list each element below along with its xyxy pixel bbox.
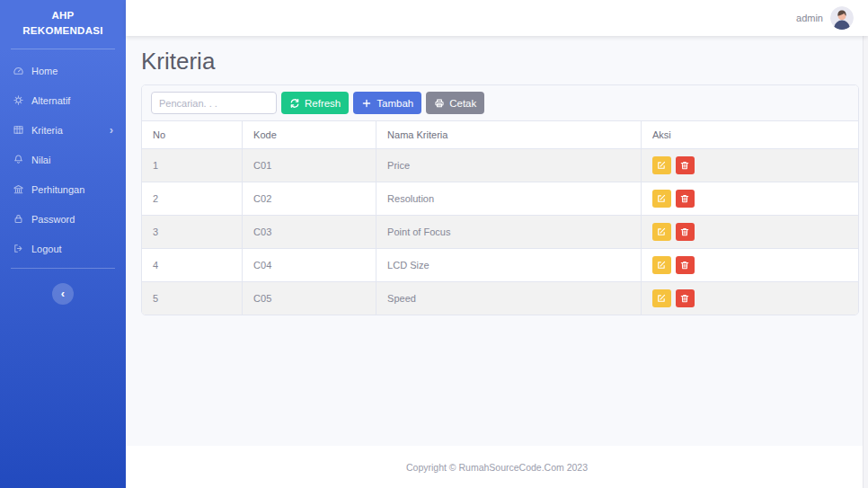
sidebar-nav: HomeAlternatifKriteria›NilaiPerhitunganP… [0, 54, 126, 263]
edit-icon [656, 260, 667, 271]
delete-button[interactable] [676, 156, 695, 174]
sidebar-item-label: Perhitungan [31, 184, 84, 195]
delete-button[interactable] [676, 223, 695, 241]
edit-icon [656, 193, 667, 204]
refresh-button-label: Refresh [305, 98, 341, 109]
sidebar-item-home[interactable]: Home [0, 56, 126, 85]
cell-nama-kriteria: Point of Focus [376, 216, 642, 249]
app-brand[interactable]: AHP REKOMENDASI [16, 0, 110, 44]
cell-nama-kriteria: LCD Size [376, 249, 642, 282]
table-row: 4C04LCD Size [142, 249, 858, 282]
scrollbar[interactable] [863, 0, 868, 488]
cell-nama-kriteria: Speed [376, 282, 642, 315]
username-label: admin [796, 13, 823, 23]
table-header-row: NoKodeNama KriteriaAksi [142, 121, 858, 149]
edit-button[interactable] [652, 223, 671, 241]
cell-aksi [641, 249, 858, 282]
sidebar-item-kriteria[interactable]: Kriteria› [0, 115, 126, 145]
table-row: 1C01Price [142, 149, 858, 182]
table-row: 5C05Speed [142, 282, 858, 315]
sidebar-toggle-wrap: ‹ [0, 273, 126, 315]
chevron-right-icon: › [110, 124, 113, 136]
print-button-label: Cetak [449, 98, 476, 109]
table-icon [13, 124, 24, 136]
trash-icon [679, 260, 690, 271]
avatar [830, 6, 854, 30]
delete-button[interactable] [676, 289, 695, 307]
chevron-left-icon: ‹ [61, 287, 65, 300]
cell-no: 2 [142, 182, 243, 216]
refresh-button[interactable]: Refresh [281, 92, 349, 114]
sidebar-collapse-button[interactable]: ‹ [52, 283, 74, 305]
edit-button[interactable] [652, 256, 671, 274]
sidebar-item-password[interactable]: Password [0, 204, 126, 234]
delete-button[interactable] [676, 190, 695, 208]
cell-aksi [641, 149, 858, 182]
user-menu[interactable]: admin [796, 6, 854, 30]
edit-button[interactable] [652, 156, 671, 174]
sidebar-item-logout[interactable]: Logout [0, 234, 126, 263]
edit-icon [656, 160, 667, 171]
add-button-label: Tambah [376, 98, 413, 109]
refresh-icon [289, 98, 300, 109]
trash-icon [679, 193, 690, 204]
sidebar-item-label: Nilai [31, 155, 50, 165]
bank-icon [13, 183, 24, 195]
edit-button[interactable] [652, 190, 671, 208]
edit-icon [656, 293, 667, 304]
app-window: AHP REKOMENDASI HomeAlternatifKriteria›N… [0, 0, 868, 488]
cell-kode: C04 [243, 249, 376, 282]
search-input[interactable] [151, 92, 277, 114]
trash-icon [679, 160, 690, 171]
bell-icon [13, 154, 24, 165]
cell-kode: C02 [243, 182, 376, 216]
table-row: 3C03Point of Focus [142, 216, 858, 249]
copyright-text: Copyright © RumahSourceCode.Com 2023 [406, 462, 588, 473]
sidebar-item-alternatif[interactable]: Alternatif [0, 85, 126, 115]
cell-kode: C01 [243, 149, 376, 182]
plus-icon [361, 98, 372, 109]
sidebar: AHP REKOMENDASI HomeAlternatifKriteria›N… [0, 0, 126, 488]
trash-icon [679, 226, 690, 237]
cell-aksi [641, 216, 858, 249]
cell-no: 1 [142, 149, 243, 182]
edit-icon [656, 226, 667, 237]
kriteria-table: NoKodeNama KriteriaAksi 1C01Price2C02Res… [142, 121, 858, 315]
sidebar-item-label: Password [31, 214, 75, 225]
sidebar-item-label: Kriteria [31, 125, 63, 136]
print-button[interactable]: Cetak [426, 92, 484, 114]
cell-kode: C03 [243, 216, 376, 249]
sidebar-item-nilai[interactable]: Nilai [0, 145, 126, 174]
sidebar-divider [11, 49, 115, 49]
cell-nama-kriteria: Resolution [376, 182, 642, 216]
cell-aksi [641, 282, 858, 315]
content-area: Kriteria Refresh [126, 36, 868, 446]
main-column: admin Kriteria [126, 0, 868, 488]
card-toolbar: Refresh Tambah [142, 85, 858, 121]
page-footer: Copyright © RumahSourceCode.Com 2023 [126, 446, 868, 488]
cell-no: 3 [142, 216, 243, 249]
kriteria-card: Refresh Tambah [141, 84, 859, 315]
table-row: 2C02Resolution [142, 182, 858, 216]
delete-button[interactable] [676, 256, 695, 274]
logout-icon [13, 243, 24, 254]
page-title: Kriteria [141, 48, 859, 75]
column-header-nama-kriteria: Nama Kriteria [376, 121, 642, 149]
printer-icon [434, 98, 445, 109]
column-header-aksi: Aksi [641, 121, 858, 149]
lock-icon [13, 213, 24, 225]
sidebar-item-perhitungan[interactable]: Perhitungan [0, 174, 126, 204]
cell-no: 4 [142, 249, 243, 282]
edit-button[interactable] [652, 289, 671, 307]
gear-icon [13, 94, 24, 106]
sidebar-item-label: Logout [31, 244, 62, 254]
topbar: admin [126, 0, 868, 36]
column-header-no: No [142, 121, 243, 149]
add-button[interactable]: Tambah [353, 92, 421, 114]
sidebar-divider [11, 268, 115, 269]
gauge-icon [13, 65, 24, 76]
column-header-kode: Kode [243, 121, 376, 149]
cell-nama-kriteria: Price [376, 149, 642, 182]
cell-aksi [641, 182, 858, 216]
sidebar-item-label: Home [31, 66, 58, 76]
